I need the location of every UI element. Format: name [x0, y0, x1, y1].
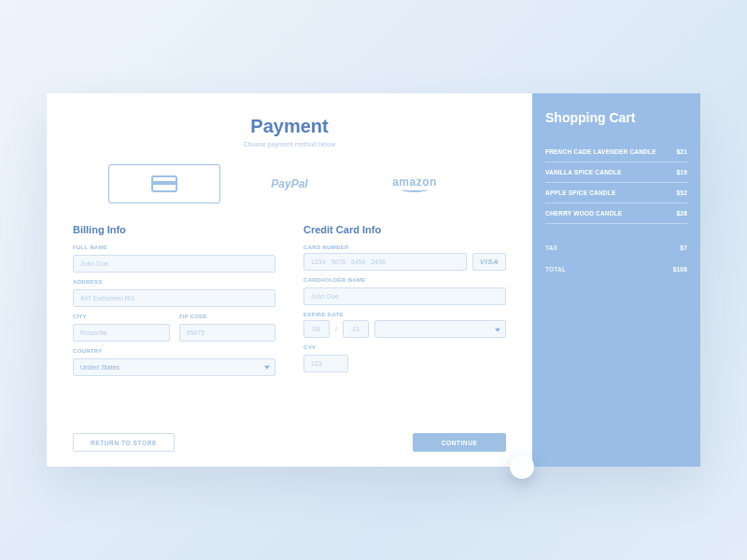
page-title: Payment [73, 116, 506, 137]
method-paypal[interactable]: PayPal [233, 164, 345, 203]
payment-modal: Payment Choose payment method below PayP… [47, 93, 700, 467]
full-name-input[interactable] [73, 255, 275, 273]
cart-item-price: $19 [677, 169, 687, 175]
cc-holder-label: CARDHOLDER NAME [303, 277, 506, 283]
country-value[interactable] [73, 358, 275, 376]
continue-button[interactable]: CONTINUE [413, 433, 506, 452]
payment-panel: Payment Choose payment method below PayP… [47, 93, 532, 467]
cart-totals: TAX $7 TOTAL $108 [545, 237, 687, 280]
floating-action-button[interactable] [510, 455, 534, 479]
cart-total: TOTAL $108 [545, 259, 687, 280]
cart-item-price: $32 [677, 189, 687, 196]
city-label: CITY [73, 314, 170, 319]
cart-item: CHERRY WOOD CANDLE $28 [545, 203, 687, 224]
address-input[interactable] [73, 289, 275, 307]
method-amazon[interactable]: amazon [359, 164, 471, 203]
city-input[interactable] [73, 324, 170, 342]
cc-holder-input[interactable] [303, 287, 506, 305]
page-subtitle: Choose payment method below [73, 141, 506, 147]
cart-items: FRENCH CADE LAVENDER CANDLE $21 VANILLA … [545, 142, 687, 224]
full-name-label: FULL NAME [73, 245, 275, 250]
cart-item-name: APPLE SPICE CANDLE [545, 189, 615, 196]
country-label: COUNTRY [73, 348, 275, 354]
cart-item: VANILLA SPICE CANDLE $19 [545, 162, 687, 183]
cc-number-input[interactable] [303, 253, 467, 271]
return-button[interactable]: RETURN TO STORE [73, 433, 175, 452]
cart-item-name: CHERRY WOOD CANDLE [545, 210, 622, 217]
cart-panel: Shopping Cart FRENCH CADE LAVENDER CANDL… [532, 93, 700, 467]
zip-input[interactable] [179, 324, 276, 342]
cc-exp-month[interactable] [303, 320, 330, 338]
amazon-logo: amazon [392, 175, 437, 192]
cart-item-name: FRENCH CADE LAVENDER CANDLE [545, 148, 656, 155]
billing-title: Billing Info [73, 224, 275, 235]
address-label: ADDRESS [73, 279, 275, 285]
cart-title: Shopping Cart [545, 110, 687, 125]
method-card[interactable] [108, 164, 220, 203]
cc-exp-label: EXPIRE DATE [303, 312, 506, 317]
card-brand-badge: VISA [472, 253, 506, 271]
cc-exp-picker[interactable] [374, 320, 506, 338]
cart-tax: TAX $7 [545, 237, 687, 259]
chevron-down-icon [264, 365, 270, 369]
cart-item: FRENCH CADE LAVENDER CANDLE $21 [545, 142, 687, 162]
cc-column: Credit Card Info CARD NUMBER VISA CARDHO… [303, 224, 506, 376]
zip-label: ZIP CODE [179, 314, 276, 319]
cart-item-price: $21 [677, 148, 687, 155]
billing-column: Billing Info FULL NAME ADDRESS CITY ZIP … [73, 224, 275, 376]
cart-item: APPLE SPICE CANDLE $32 [545, 183, 687, 203]
cart-item-price: $28 [677, 210, 687, 217]
country-select[interactable] [73, 357, 275, 376]
cc-cvv-label: CVV [303, 344, 506, 350]
credit-card-icon [151, 175, 177, 192]
footer-actions: RETURN TO STORE CONTINUE [73, 420, 506, 452]
cc-cvv-input[interactable] [303, 355, 348, 372]
header: Payment Choose payment method below [73, 116, 506, 147]
cc-exp-year[interactable] [343, 320, 369, 338]
paypal-logo: PayPal [271, 177, 307, 190]
chevron-down-icon [495, 328, 500, 331]
cc-number-label: CARD NUMBER [303, 245, 506, 250]
form-columns: Billing Info FULL NAME ADDRESS CITY ZIP … [73, 224, 506, 376]
cc-title: Credit Card Info [303, 224, 506, 235]
cart-item-name: VANILLA SPICE CANDLE [545, 169, 622, 175]
exp-separator: / [335, 325, 337, 333]
payment-methods: PayPal amazon [73, 164, 506, 203]
